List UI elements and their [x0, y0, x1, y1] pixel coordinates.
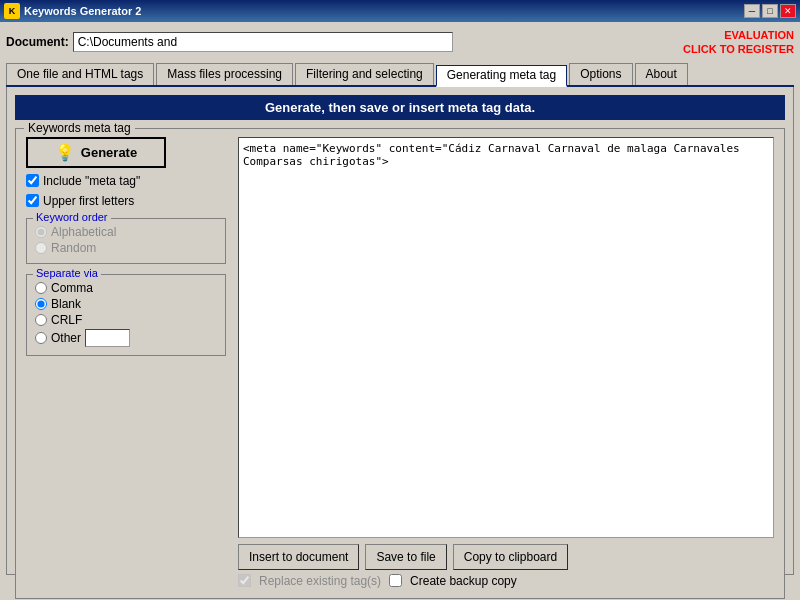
window-body: Document: EVALUATION CLICK TO REGISTER O… — [0, 22, 800, 600]
create-backup-label: Create backup copy — [410, 574, 517, 588]
upper-first-checkbox[interactable] — [26, 194, 39, 207]
document-path-input[interactable] — [73, 32, 453, 52]
document-label-area: Document: — [6, 32, 453, 52]
content-layout: 💡 Generate Include "meta tag" Upper firs… — [26, 137, 774, 588]
alphabetical-row: Alphabetical — [35, 225, 217, 239]
alphabetical-radio[interactable] — [35, 226, 47, 238]
tabs-container: One file and HTML tags Mass files proces… — [6, 63, 794, 87]
include-meta-label: Include "meta tag" — [43, 174, 140, 188]
replace-existing-checkbox[interactable] — [238, 574, 251, 587]
bottom-row: Replace existing tag(s) Create backup co… — [238, 574, 774, 588]
title-bar-buttons: ─ □ ✕ — [744, 4, 796, 18]
maximize-button[interactable]: □ — [762, 4, 778, 18]
generate-button[interactable]: 💡 Generate — [26, 137, 166, 168]
document-label-text: Document: — [6, 35, 69, 49]
right-panel: <meta name="Keywords" content="Cádiz Car… — [238, 137, 774, 588]
tab-content: Generate, then save or insert meta tag d… — [6, 87, 794, 575]
bulb-icon: 💡 — [55, 143, 75, 162]
replace-existing-label: Replace existing tag(s) — [259, 574, 381, 588]
keywords-group-box: Keywords meta tag 💡 Generate Include "me… — [15, 128, 785, 599]
other-row: Other — [35, 329, 217, 347]
blank-radio[interactable] — [35, 298, 47, 310]
tab-generating[interactable]: Generating meta tag — [436, 65, 567, 87]
tab-filtering[interactable]: Filtering and selecting — [295, 63, 434, 85]
copy-to-clipboard-button[interactable]: Copy to clipboard — [453, 544, 568, 570]
random-label: Random — [51, 241, 96, 255]
group-box-label: Keywords meta tag — [24, 121, 135, 135]
tab-mass-files[interactable]: Mass files processing — [156, 63, 293, 85]
title-bar-text: Keywords Generator 2 — [24, 5, 141, 17]
keyword-order-group: Keyword order Alphabetical Random — [26, 218, 226, 264]
crlf-row: CRLF — [35, 313, 217, 327]
comma-radio[interactable] — [35, 282, 47, 294]
section-header: Generate, then save or insert meta tag d… — [15, 95, 785, 120]
eval-text[interactable]: EVALUATION CLICK TO REGISTER — [683, 28, 794, 57]
include-meta-checkbox[interactable] — [26, 174, 39, 187]
title-bar: K Keywords Generator 2 ─ □ ✕ — [0, 0, 800, 22]
crlf-radio[interactable] — [35, 314, 47, 326]
crlf-label: CRLF — [51, 313, 82, 327]
keyword-order-label: Keyword order — [33, 211, 111, 223]
left-panel: 💡 Generate Include "meta tag" Upper firs… — [26, 137, 226, 588]
tab-one-file[interactable]: One file and HTML tags — [6, 63, 154, 85]
blank-row: Blank — [35, 297, 217, 311]
upper-first-label: Upper first letters — [43, 194, 134, 208]
random-radio[interactable] — [35, 242, 47, 254]
comma-label: Comma — [51, 281, 93, 295]
random-row: Random — [35, 241, 217, 255]
separate-via-label: Separate via — [33, 267, 101, 279]
separate-via-group: Separate via Comma Blank CRLF — [26, 274, 226, 356]
comma-row: Comma — [35, 281, 217, 295]
document-row: Document: EVALUATION CLICK TO REGISTER — [6, 28, 794, 57]
create-backup-checkbox[interactable] — [389, 574, 402, 587]
tab-about[interactable]: About — [635, 63, 688, 85]
action-buttons: Insert to document Save to file Copy to … — [238, 544, 774, 570]
other-label: Other — [51, 331, 81, 345]
other-text-input[interactable] — [85, 329, 130, 347]
tab-options[interactable]: Options — [569, 63, 632, 85]
blank-label: Blank — [51, 297, 81, 311]
upper-first-row: Upper first letters — [26, 194, 226, 208]
insert-to-document-button[interactable]: Insert to document — [238, 544, 359, 570]
other-radio[interactable] — [35, 332, 47, 344]
close-button[interactable]: ✕ — [780, 4, 796, 18]
minimize-button[interactable]: ─ — [744, 4, 760, 18]
save-to-file-button[interactable]: Save to file — [365, 544, 446, 570]
meta-tag-textarea[interactable]: <meta name="Keywords" content="Cádiz Car… — [238, 137, 774, 538]
app-icon: K — [4, 3, 20, 19]
include-meta-row: Include "meta tag" — [26, 174, 226, 188]
alphabetical-label: Alphabetical — [51, 225, 116, 239]
